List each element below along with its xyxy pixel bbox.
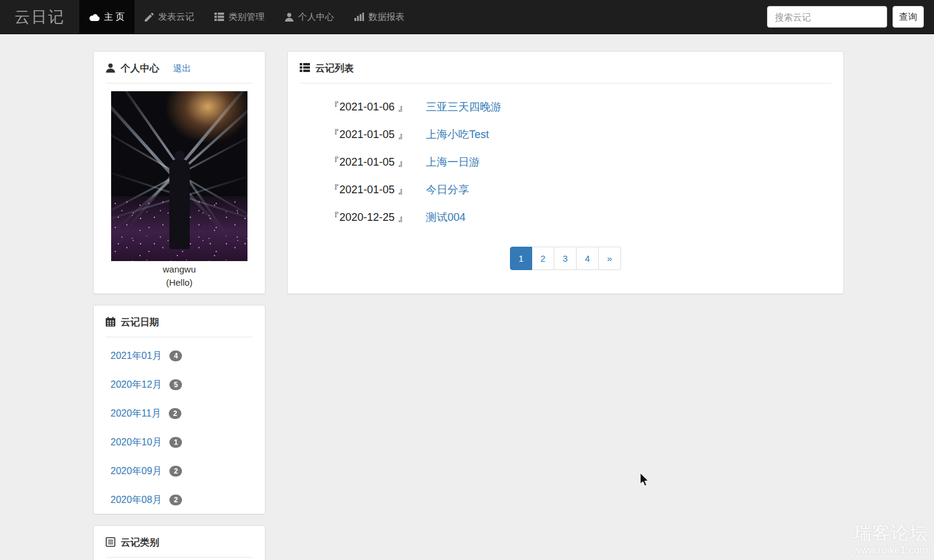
dates-panel: 云记日期 2021年01月 4 2020年12月 5 2020年11月 2 20…: [93, 305, 265, 514]
nav-item-reports[interactable]: 数据报表: [344, 0, 414, 34]
profile-panel-title: 个人中心: [121, 62, 159, 75]
date-link[interactable]: 2021年01月: [111, 350, 162, 363]
entry-title-link[interactable]: 今日分享: [426, 182, 469, 197]
diary-entry-row: 『2021-01-05 』 上海小吃Test: [300, 121, 831, 148]
count-badge: 1: [169, 437, 182, 448]
categories-panel: 云记类别: [93, 525, 265, 560]
calendar-icon: [106, 317, 115, 329]
user-icon: [285, 13, 294, 22]
date-list-item: 2020年08月 2: [106, 486, 253, 514]
divider: [106, 337, 253, 337]
date-list-item: 2020年11月 2: [106, 399, 253, 428]
diary-list-title: 云记列表: [315, 62, 354, 75]
user-icon: [106, 63, 115, 75]
date-link[interactable]: 2020年12月: [111, 379, 162, 391]
list-alt-icon: [106, 537, 115, 549]
pencil-icon: [145, 13, 154, 22]
nav-item-label: 个人中心: [298, 11, 334, 23]
entry-date: 『2021-01-05 』: [329, 127, 426, 142]
mouse-cursor: [640, 472, 650, 490]
entry-date: 『2021-01-06 』: [329, 100, 426, 114]
entry-title-link[interactable]: 测试004: [426, 210, 465, 224]
page-button-next[interactable]: »: [599, 247, 621, 270]
page-button-4[interactable]: 4: [577, 247, 599, 270]
date-link[interactable]: 2020年08月: [111, 494, 162, 507]
categories-panel-header: 云记类别: [106, 537, 253, 549]
search-button[interactable]: 查询: [893, 6, 924, 28]
entry-date: 『2021-01-05 』: [329, 182, 426, 197]
divider: [106, 557, 253, 558]
watermark-title: 瑞客论坛: [854, 521, 928, 546]
nav-item-label: 数据报表: [368, 11, 404, 23]
count-badge: 2: [169, 408, 181, 419]
diary-list-header: 云记列表: [300, 62, 831, 75]
th-list-icon: [300, 63, 310, 74]
pagination: 1 2 3 4 »: [510, 247, 621, 270]
profile-nickname: (Hello): [106, 277, 253, 288]
count-badge: 2: [169, 495, 182, 505]
nav-item-profile[interactable]: 个人中心: [274, 0, 344, 34]
date-link[interactable]: 2020年11月: [111, 408, 161, 420]
entry-title-link[interactable]: 三亚三天四晚游: [426, 100, 502, 114]
nav-item-label: 发表云记: [158, 11, 194, 23]
count-badge: 2: [169, 466, 182, 477]
profile-panel-header: 个人中心 退出: [106, 62, 253, 75]
profile-photo: [111, 91, 247, 261]
watermark: 瑞客论坛 www.ruike1.com: [854, 521, 928, 556]
date-list-item: 2020年12月 5: [106, 370, 253, 399]
date-list: 2021年01月 4 2020年12月 5 2020年11月 2 2020年10…: [106, 342, 253, 514]
cloud-icon: [89, 13, 100, 21]
nav-item-label: 主 页: [104, 11, 124, 23]
date-list-item: 2020年10月 1: [106, 428, 253, 457]
page-button-1[interactable]: 1: [510, 247, 532, 270]
count-badge: 5: [169, 379, 182, 390]
entry-title-link[interactable]: 上海小吃Test: [426, 127, 489, 142]
entry-date: 『2021-01-05 』: [329, 155, 426, 169]
logout-link[interactable]: 退出: [173, 63, 191, 74]
page-button-3[interactable]: 3: [554, 247, 577, 270]
search-input[interactable]: [767, 6, 887, 28]
date-link[interactable]: 2020年10月: [111, 436, 162, 449]
page-button-2[interactable]: 2: [532, 247, 554, 270]
profile-username: wangwu: [106, 264, 253, 274]
nav-item-categories[interactable]: 类别管理: [204, 0, 274, 34]
category-list-icon: [214, 13, 224, 21]
watermark-url: www.ruike1.com: [854, 544, 928, 556]
navbar-search: 查询: [767, 0, 934, 34]
nav-item-home[interactable]: 主 页: [79, 0, 135, 34]
top-navbar: 云日记 主 页 发表云记 类别管理 个人中心: [0, 0, 934, 34]
divider: [300, 83, 831, 83]
diary-entries: 『2021-01-06 』 三亚三天四晚游 『2021-01-05 』 上海小吃…: [300, 93, 831, 231]
dates-panel-header: 云记日期: [106, 316, 253, 329]
diary-entry-row: 『2020-12-25 』 测试004: [300, 203, 831, 231]
date-link[interactable]: 2020年09月: [111, 465, 162, 478]
date-list-item: 2020年09月 2: [106, 457, 253, 486]
dates-panel-title: 云记日期: [121, 316, 159, 329]
diary-entry-row: 『2021-01-05 』 今日分享: [300, 176, 831, 203]
main-nav: 主 页 发表云记 类别管理 个人中心 数据报表: [79, 0, 414, 34]
diary-entry-row: 『2021-01-05 』 上海一日游: [300, 148, 831, 176]
bar-chart-icon: [354, 13, 364, 21]
diary-entry-row: 『2021-01-06 』 三亚三天四晚游: [300, 93, 831, 121]
profile-panel: 个人中心 退出 wangwu (Hello): [93, 51, 265, 294]
entry-date: 『2020-12-25 』: [329, 210, 426, 224]
categories-panel-title: 云记类别: [121, 537, 159, 549]
nav-item-publish[interactable]: 发表云记: [135, 0, 204, 34]
diary-list-panel: 云记列表 『2021-01-06 』 三亚三天四晚游 『2021-01-05 』…: [287, 51, 844, 294]
date-list-item: 2021年01月 4: [106, 342, 253, 370]
app-brand[interactable]: 云日记: [0, 0, 79, 34]
count-badge: 4: [169, 351, 182, 361]
pagination-container: 1 2 3 4 »: [300, 247, 831, 270]
nav-item-label: 类别管理: [228, 11, 264, 23]
entry-title-link[interactable]: 上海一日游: [426, 155, 480, 169]
photo-person-silhouette: [169, 159, 190, 249]
divider: [106, 83, 253, 83]
